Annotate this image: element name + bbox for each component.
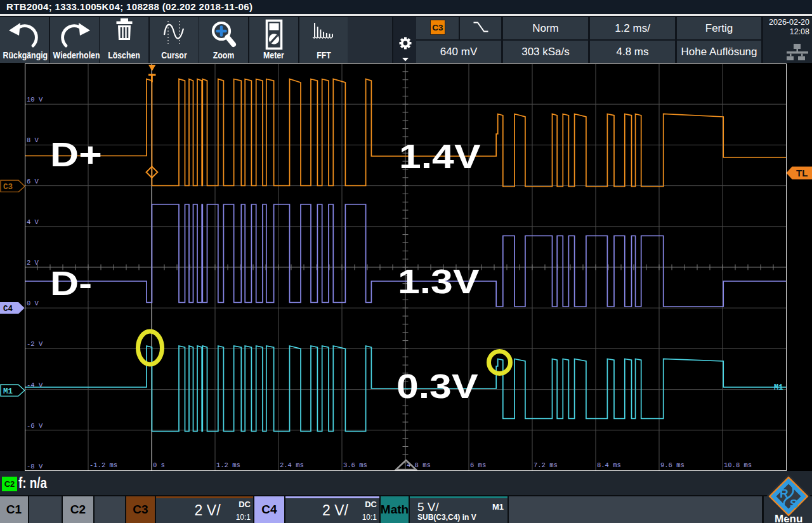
svg-text:M1: M1 (774, 383, 783, 392)
svg-text:C3: C3 (3, 183, 13, 192)
svg-text:M1: M1 (3, 387, 13, 395)
svg-text:S: S (790, 497, 798, 510)
svg-text:C4: C4 (3, 305, 13, 314)
svg-text:TL: TL (796, 168, 808, 178)
